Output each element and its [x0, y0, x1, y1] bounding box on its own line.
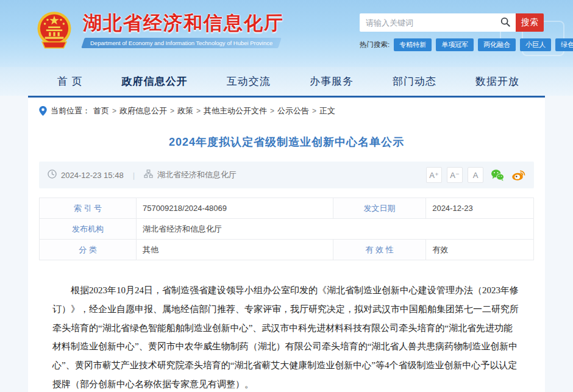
nav-item-department-news[interactable]: 部门动态: [393, 74, 436, 88]
search-icon[interactable]: [500, 16, 511, 30]
hot-tag-lianghuaronghe[interactable]: 两化融合: [478, 38, 516, 51]
meta-bar: 2024-12-23 15:48 | 湖北省经济和信息化厅 A⁺ A⁻ A: [39, 162, 534, 188]
breadcrumb-separator: >: [112, 107, 116, 115]
breadcrumb-separator: >: [196, 107, 201, 115]
font-increase-button[interactable]: A⁺: [426, 167, 442, 183]
wechat-icon: [491, 169, 504, 181]
issuing-org-label: 发布机构: [40, 219, 137, 240]
category-value: 其他: [136, 240, 333, 260]
breadcrumb-gov-info[interactable]: 政府信息公开: [119, 105, 167, 116]
issue-date-label: 发文日期: [333, 198, 425, 219]
search-box: [360, 13, 516, 32]
hot-tag-xiaojuren[interactable]: 小巨人: [520, 38, 551, 51]
search-area: 搜索 热门搜索: 专精特新 单项冠军 两化融合 小巨人 绿色工厂: [360, 13, 544, 51]
nav-item-gov-info[interactable]: 政府信息公开: [122, 74, 188, 88]
breadcrumb-separator: >: [312, 107, 316, 115]
source-name: 湖北省经济和信息化厅: [157, 169, 237, 180]
breadcrumb-label: 当前位置：: [51, 105, 90, 116]
meta-divider: |: [133, 171, 135, 180]
font-default-button[interactable]: A: [468, 167, 483, 183]
location-pin-icon: [39, 106, 47, 116]
hot-search-label: 热门搜索:: [360, 40, 390, 49]
hot-tag-zhuanjingtexin[interactable]: 专精特新: [394, 38, 432, 51]
breadcrumb-current: 正文: [319, 105, 335, 116]
nav-item-services[interactable]: 办事服务: [310, 74, 354, 88]
search-button[interactable]: 搜索: [516, 13, 544, 32]
weibo-icon: [511, 169, 525, 181]
content-card: 当前位置： 首页 > 政府信息公开 > 政策 > 其他主动公开文件 > 公示公告…: [28, 96, 545, 392]
index-number-value: 757009218/2024-48069: [136, 198, 333, 219]
site-subtitle-ribbon: Department of Economy and Information Te…: [81, 38, 282, 48]
breadcrumb-policy[interactable]: 政策: [177, 105, 193, 116]
nav-item-open-data[interactable]: 数据开放: [475, 74, 519, 88]
breadcrumb: 当前位置： 首页 > 政府信息公开 > 政策 > 其他主动公开文件 > 公示公告…: [28, 98, 545, 120]
index-number-label: 索 引 号: [40, 198, 137, 219]
hot-tag-lvsegongchang[interactable]: 绿色工厂: [555, 38, 573, 51]
category-label: 分 类: [40, 240, 137, 260]
info-table: 索 引 号 757009218/2024-48069 发文日期 2024-12-…: [39, 198, 534, 260]
site-title: 湖北省经济和信息化厅: [83, 13, 284, 34]
weibo-share-button[interactable]: [511, 169, 525, 181]
nav-item-home[interactable]: 首 页: [57, 74, 83, 88]
issue-date-value: 2024-12-23: [426, 198, 534, 219]
paragraph: 根据2023年10月24日，省制造强省建设领导小组办公室印发的《湖北省制造业创新…: [52, 281, 521, 392]
breadcrumb-home[interactable]: 首页: [93, 105, 109, 116]
organization-icon: [144, 169, 153, 180]
breadcrumb-other-docs[interactable]: 其他主动公开文件: [204, 105, 267, 116]
table-row: 索 引 号 757009218/2024-48069 发文日期 2024-12-…: [40, 198, 534, 219]
clock-icon: [48, 169, 57, 180]
breadcrumb-separator: >: [170, 107, 174, 115]
hot-search-row: 热门搜索: 专精特新 单项冠军 两化融合 小巨人 绿色工厂: [360, 38, 544, 51]
publish-datetime: 2024-12-23 15:48: [61, 171, 124, 180]
validity-label: 有 效 性: [333, 240, 425, 260]
nav-item-interaction[interactable]: 互动交流: [227, 74, 271, 88]
article-body: 根据2023年10月24日，省制造强省建设领导小组办公室印发的《湖北省制造业创新…: [28, 273, 545, 392]
national-emblem-icon: [34, 10, 74, 51]
site-logo[interactable]: 湖北省经济和信息化厅 Department of Economy and Inf…: [34, 10, 284, 51]
table-row: 分 类 其他 有 效 性 有效: [40, 240, 534, 260]
issuing-org-value: 湖北省经济和信息化厅: [136, 219, 533, 240]
breadcrumb-separator: >: [270, 107, 274, 115]
breadcrumb-announcements[interactable]: 公示公告: [277, 105, 309, 116]
hot-tag-danxiangguanjun[interactable]: 单项冠军: [436, 38, 474, 51]
article-title: 2024年度拟认定省级制造业创新中心名单公示: [28, 135, 545, 149]
wechat-share-button[interactable]: [491, 169, 504, 181]
site-subtitle: Department of Economy and Information Te…: [83, 38, 280, 48]
table-row: 发布机构 湖北省经济和信息化厅: [40, 219, 534, 240]
site-header: 湖北省经济和信息化厅 Department of Economy and Inf…: [0, 0, 573, 67]
main-nav: 首 页 政府信息公开 互动交流 办事服务 部门动态 数据开放: [0, 67, 573, 96]
validity-value: 有效: [426, 240, 534, 260]
search-input[interactable]: [360, 13, 516, 32]
font-decrease-button[interactable]: A⁻: [447, 167, 463, 183]
